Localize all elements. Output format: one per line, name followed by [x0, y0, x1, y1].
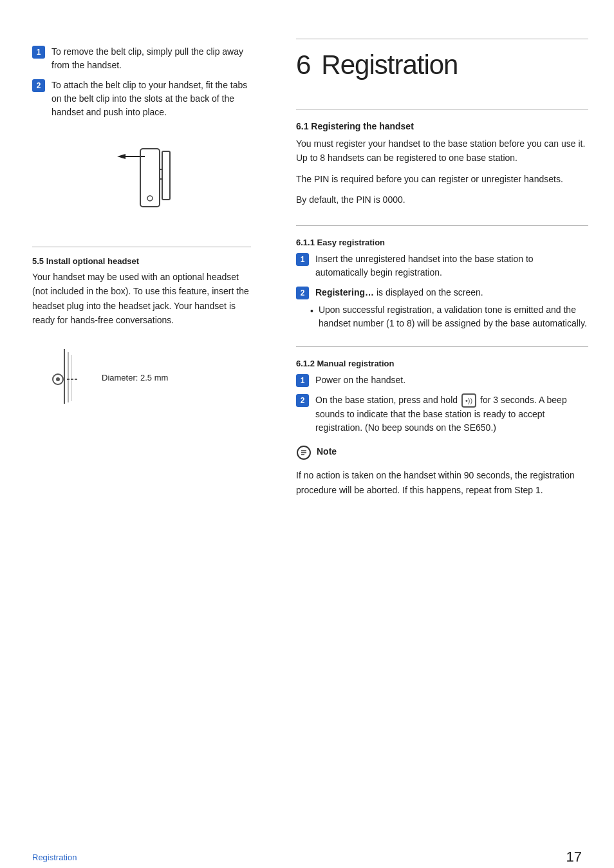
- right-column: 6 Registration 6.1 Registering the hands…: [270, 26, 614, 842]
- divider-55: [32, 247, 251, 247]
- belt-clip-svg: [103, 137, 180, 221]
- svg-rect-3: [162, 151, 170, 200]
- belt-clip-diagram: [32, 137, 251, 221]
- section-55-body: Your handset may be used with an optiona…: [32, 270, 251, 328]
- step-badge-a2: 2: [296, 287, 309, 299]
- step-text-b1: Power on the handset.: [315, 373, 405, 387]
- note-text: If no action is taken on the handset wit…: [296, 468, 588, 497]
- section-61-title: 6.1 Registering the handset: [296, 121, 588, 131]
- left-step-2: 2 To attach the belt clip to your handse…: [32, 79, 251, 119]
- svg-point-11: [56, 377, 60, 381]
- footer-page-num: 17: [566, 849, 582, 865]
- step-badge-2: 2: [32, 79, 45, 92]
- right-step-a1: 1 Insert the unregistered handset into t…: [296, 252, 588, 279]
- divider-611: [296, 225, 588, 226]
- svg-marker-1: [117, 154, 126, 159]
- chapter-title: Registration: [321, 50, 458, 80]
- section-612-title: 6.1.2 Manual registration: [296, 359, 588, 368]
- headset-svg: [45, 346, 90, 410]
- section-55-title: 5.5 Install optional headset: [32, 256, 251, 266]
- headset-diagram: Diameter: 2.5 mm: [45, 346, 251, 410]
- divider-612: [296, 346, 588, 347]
- right-step-b2: 2 On the base station, press and hold •)…: [296, 393, 588, 435]
- chapter-number: 6: [296, 50, 311, 80]
- step-a2-suffix: is displayed on the screen.: [374, 287, 483, 297]
- step-badge-a1: 1: [296, 253, 309, 266]
- diameter-label: Diameter: 2.5 mm: [102, 373, 168, 382]
- top-divider: [296, 39, 588, 39]
- note-label: Note: [317, 446, 337, 457]
- right-step-a2: 2 Registering… is displayed on the scree…: [296, 286, 588, 299]
- step-badge-b1: 1: [296, 374, 309, 387]
- bullet-1: • Upon successful registration, a valida…: [310, 303, 588, 331]
- footer-left: Registration: [32, 853, 77, 862]
- svg-rect-2: [140, 149, 160, 207]
- step-badge-1: 1: [32, 46, 45, 59]
- chapter-heading-row: 6 Registration: [296, 44, 588, 87]
- step-text-b2: On the base station, press and hold •)) …: [315, 393, 588, 435]
- step-a2-bold: Registering…: [315, 287, 374, 297]
- section-61-body3: By default, the PIN is 0000.: [296, 193, 588, 207]
- step-b2-prefix: On the base station, press and hold: [315, 395, 458, 405]
- step-text-2: To attach the belt clip to your handset,…: [51, 79, 251, 119]
- step-text-a2: Registering… is displayed on the screen.: [315, 286, 483, 299]
- section-61-body1: You must register your handset to the ba…: [296, 137, 588, 165]
- bullet-text-1: Upon successful registration, a validati…: [319, 303, 588, 331]
- bullet-dot-1: •: [310, 306, 313, 316]
- section-61-body2: The PIN is required before you can regis…: [296, 172, 588, 186]
- note-icon: [296, 445, 312, 464]
- step-text-1: To remove the belt clip, simply pull the…: [51, 45, 251, 72]
- right-step-b1: 1 Power on the handset.: [296, 373, 588, 387]
- left-column: 1 To remove the belt clip, simply pull t…: [0, 26, 270, 842]
- divider-after-heading: [296, 109, 588, 109]
- section-611-title: 6.1.1 Easy registration: [296, 238, 588, 247]
- note-svg-icon: [296, 445, 312, 460]
- note-box: Note: [296, 446, 588, 464]
- step-text-a1: Insert the unregistered handset into the…: [315, 252, 588, 279]
- svg-point-6: [147, 196, 153, 201]
- left-step-1: 1 To remove the belt clip, simply pull t…: [32, 45, 251, 72]
- step-badge-b2: 2: [296, 394, 309, 407]
- registration-button-icon: •)): [461, 393, 476, 408]
